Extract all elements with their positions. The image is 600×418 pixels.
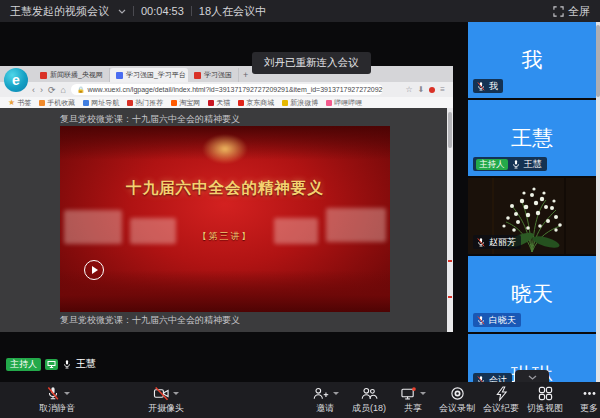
- bookmarks-bar: ★ 书签 手机收藏 网址导航 热门推荐 淘宝网 天猫 京东商城 新浪微博 哔哩哔…: [0, 97, 453, 108]
- url-text: www.xuexi.cn/lgpage/detail/index.html?id…: [87, 86, 383, 93]
- caret-down-icon[interactable]: [173, 392, 179, 395]
- reconnect-toast: 刘丹已重新连入会议: [252, 52, 371, 74]
- caret-down-icon[interactable]: [333, 392, 339, 395]
- chevron-down-icon[interactable]: [118, 9, 126, 14]
- mic-muted-icon: [45, 386, 61, 401]
- share-screen-icon: [400, 386, 417, 401]
- bookmark-label: 书签: [17, 98, 31, 108]
- favicon: [83, 100, 89, 106]
- participant-badge-name: 王慧: [524, 158, 542, 170]
- shared-screen-browser: e 新闻联播_央视网 学习强国_学习平台 学习强国 + ‹ › ⟳ ⌂ 🔒: [0, 66, 453, 332]
- bookmark-item[interactable]: 手机收藏: [39, 98, 75, 108]
- button-label: 会议纪要: [483, 402, 519, 415]
- lock-icon: 🔒: [77, 86, 85, 93]
- new-tab-button[interactable]: +: [243, 68, 248, 82]
- play-button[interactable]: [84, 260, 104, 280]
- stage-floor: [60, 270, 390, 312]
- more-button[interactable]: 更多: [567, 385, 600, 415]
- video-caption-top: 复旦党校微党课：十九届六中全会的精神要义: [60, 113, 240, 126]
- bookmarks-root[interactable]: ★ 书签: [8, 98, 31, 108]
- top-bar: 王慧发起的视频会议 00:04:53 18人在会议中 全屏: [0, 0, 600, 22]
- switch-view-button[interactable]: 切换视图: [523, 385, 567, 415]
- participant-badge: 白晓天: [473, 313, 521, 327]
- sidebar-scrollbar[interactable]: [596, 22, 600, 382]
- bookmark-item[interactable]: 哔哩哔哩: [326, 98, 362, 108]
- button-label: 邀请: [316, 402, 334, 415]
- bookmark-item[interactable]: 天猫: [208, 98, 230, 108]
- participant-tile[interactable]: 晓天 白晓天: [468, 256, 596, 332]
- presenter-overlay: 主持人 王慧: [6, 357, 96, 371]
- browser-tab-strip: 新闻联播_央视网 学习强国_学习平台 学习强国 +: [0, 66, 453, 82]
- participant-tile-video[interactable]: 赵丽芳: [468, 178, 596, 254]
- tab-title: 学习强国: [204, 70, 232, 80]
- bookmark-item[interactable]: 热门推荐: [127, 98, 163, 108]
- favicon: [127, 100, 133, 106]
- participant-tile-me[interactable]: 我 我: [468, 22, 596, 98]
- bookmark-label: 热门推荐: [135, 98, 163, 108]
- extension-icon[interactable]: [429, 87, 435, 93]
- star-icon: ★: [8, 98, 15, 107]
- browser-tab[interactable]: 学习强国: [188, 68, 239, 82]
- button-label: 取消静音: [39, 402, 75, 415]
- scrollbar-thumb[interactable]: [448, 112, 452, 148]
- camera-on-button[interactable]: 开摄像头: [141, 385, 191, 415]
- button-label: 切换视图: [527, 402, 563, 415]
- back-icon[interactable]: ‹: [32, 85, 35, 95]
- forward-icon[interactable]: ›: [40, 85, 43, 95]
- bookmark-label: 淘宝网: [179, 98, 200, 108]
- mic-muted-icon: [476, 315, 486, 326]
- meeting-duration: 00:04:53: [141, 5, 184, 17]
- host-badge: 主持人: [476, 159, 508, 170]
- record-button[interactable]: 会议录制: [435, 385, 479, 415]
- favicon: [208, 100, 214, 106]
- camera-off-icon: [153, 386, 170, 401]
- fullscreen-button[interactable]: 全屏: [553, 4, 590, 19]
- participant-tile-host[interactable]: 王慧 主持人 王慧: [468, 100, 596, 176]
- meeting-minutes-button[interactable]: 会议纪要: [479, 385, 523, 415]
- bookmark-item[interactable]: 网址导航: [83, 98, 119, 108]
- address-bar[interactable]: 🔒 www.xuexi.cn/lgpage/detail/index.html?…: [71, 84, 383, 95]
- download-icon[interactable]: ⬇: [418, 85, 425, 94]
- browser-tab-active[interactable]: 学习强国_学习平台: [110, 68, 188, 82]
- share-screen-button[interactable]: 共享: [391, 385, 435, 415]
- browser-nav-bar: ‹ › ⟳ ⌂ 🔒 www.xuexi.cn/lgpage/detail/ind…: [0, 82, 453, 97]
- participant-display-name: 晓天: [511, 280, 553, 308]
- caret-down-icon[interactable]: [420, 392, 426, 395]
- bookmark-item[interactable]: 新浪微博: [282, 98, 318, 108]
- refresh-icon[interactable]: ⟳: [48, 85, 56, 95]
- invite-button[interactable]: 邀请: [303, 385, 347, 415]
- video-player[interactable]: 十九届六中全会的精神要义 【第三讲】: [60, 126, 390, 312]
- scroll-marker: [448, 260, 452, 262]
- menu-icon[interactable]: ≡: [440, 85, 445, 94]
- screen-share-icon: [45, 359, 58, 370]
- scrollbar-thumb[interactable]: [596, 25, 600, 97]
- mic-on-icon: [62, 359, 72, 370]
- unmute-button[interactable]: 取消静音: [35, 385, 79, 415]
- favicon: [171, 100, 177, 106]
- participant-display-name: 我: [522, 46, 543, 74]
- participant-badge-name: 白晓天: [489, 314, 516, 326]
- button-label: 共享: [404, 402, 422, 415]
- bookmark-item[interactable]: 京东商城: [238, 98, 274, 108]
- invite-person-icon: [312, 386, 330, 401]
- home-icon[interactable]: ⌂: [61, 85, 66, 95]
- tab-title: 学习强国_学习平台: [126, 70, 186, 80]
- members-button[interactable]: 成员(18): [347, 385, 391, 415]
- page-scrollbar[interactable]: [447, 108, 453, 332]
- scroll-marker: [448, 296, 452, 298]
- bookmark-star-icon[interactable]: ☆: [405, 85, 412, 94]
- web-page-content: 复旦党校微党课：十九届六中全会的精神要义 十九届六中全会的精神要义 【第三讲】 …: [0, 108, 453, 332]
- browser-tab[interactable]: 新闻联播_央视网: [34, 68, 110, 82]
- fullscreen-icon: [553, 6, 564, 17]
- bookmark-label: 手机收藏: [47, 98, 75, 108]
- participant-badge-name: 我: [489, 80, 498, 92]
- favicon: [40, 72, 47, 79]
- meeting-title[interactable]: 王慧发起的视频会议: [10, 4, 109, 19]
- bookmark-label: 京东商城: [246, 98, 274, 108]
- host-badge: 主持人: [6, 358, 41, 371]
- button-label: 更多: [580, 402, 598, 415]
- bookmark-label: 天猫: [216, 98, 230, 108]
- caret-down-icon[interactable]: [64, 392, 70, 395]
- bookmark-item[interactable]: 淘宝网: [171, 98, 200, 108]
- flash-notes-icon: [494, 386, 509, 401]
